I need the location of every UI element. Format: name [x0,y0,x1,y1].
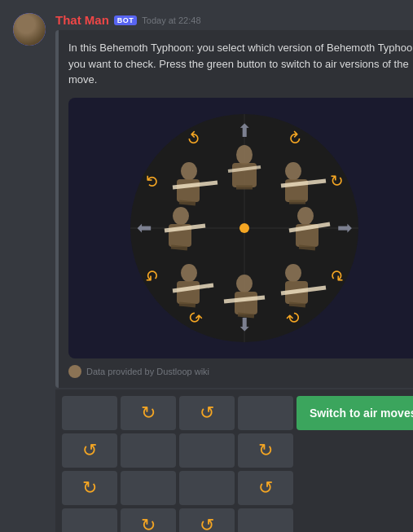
move-wheel: ⬆ ⬇ ⬅ ➡ ↺ ↻ ↺ ↺ ↻ ↻ ↺ ↻ [68,98,413,358]
rotate-lefttop-icon: ↺ [143,174,162,187]
svg-rect-21 [177,281,200,304]
wheel-background: ⬆ ⬇ ⬅ ➡ ↺ ↻ ↺ ↺ ↻ ↻ ↺ ↻ [130,114,358,342]
credit-text: Data provided by Dustloop wiki [86,367,209,376]
svg-point-4 [285,162,301,180]
page: That Man BOT Today at 22:48 In this Behe… [0,0,413,532]
button-grid: ↻ ↺ Switch to air moves ↺ ↻ ↻ [55,389,413,533]
dpad-left-icon: ⬅ [137,218,152,239]
credit-line: Data provided by Dustloop wiki [68,365,413,378]
grid-btn-1-1[interactable] [62,396,117,430]
message-content: That Man BOT Today at 22:48 In this Behe… [55,13,413,532]
svg-line-27 [171,247,187,248]
rotate-rightbottom-icon: ↻ [330,266,344,285]
grid-btn-2-1[interactable]: ↺ [62,433,117,468]
avatar [13,13,46,46]
grid-btn-2-3[interactable] [179,433,235,468]
grid-btn-4-4[interactable] [238,508,293,533]
svg-point-24 [173,207,189,225]
grid-btn-rotate-cw[interactable]: ↻ [121,396,176,430]
svg-line-23 [179,304,196,306]
svg-rect-17 [235,292,257,314]
rotate-righttop-icon: ↻ [330,171,344,191]
embed: In this Behemoth Typhoon: you select whi… [55,30,413,388]
dpad-right-icon: ➡ [337,218,352,239]
svg-point-12 [285,264,301,282]
grid-btn-2-2[interactable] [121,433,176,468]
svg-point-8 [297,207,314,225]
timestamp: Today at 22:48 [142,15,200,25]
username: That Man [55,13,109,27]
grid-btn-1-4[interactable] [238,396,293,430]
svg-line-11 [299,247,315,248]
grid-btn-4-3[interactable]: ↺ [179,508,235,533]
svg-point-16 [236,275,253,292]
svg-point-20 [181,264,197,282]
svg-line-31 [179,202,196,204]
grid-btn-3-3[interactable] [179,471,235,505]
grid-row-1: ↻ ↺ Switch to air moves [62,396,413,430]
wheel-center-dot [239,223,249,233]
svg-line-15 [289,304,305,306]
grid-btn-4-2[interactable]: ↻ [121,508,176,533]
dpad-up-icon: ⬆ [237,121,252,142]
grid-row-2: ↺ ↻ [62,433,413,468]
grid-btn-rotate-ccw[interactable]: ↺ [179,396,235,430]
grid-row-3: ↻ ↺ [62,471,413,505]
message-container: That Man BOT Today at 22:48 In this Behe… [0,0,413,532]
grid-btn-4-1[interactable] [62,508,117,533]
grid-btn-3-4[interactable]: ↺ [238,471,293,505]
dpad-down-icon: ⬇ [237,314,252,336]
grid-row-4: ↻ ↺ [62,508,413,533]
rotate-leftbottom-icon: ↺ [145,266,159,285]
grid-btn-3-2[interactable] [121,471,176,505]
switch-to-air-button[interactable]: Switch to air moves [297,396,413,430]
grid-btn-2-4[interactable]: ↻ [238,433,293,468]
embed-text: In this Behemoth Typhoon: you select whi… [68,40,413,88]
grid-btn-3-1[interactable]: ↻ [62,471,117,505]
svg-point-0 [236,145,253,165]
svg-rect-29 [177,179,200,202]
svg-line-18 [224,297,265,301]
bot-badge: BOT [114,15,138,25]
dustloop-icon [68,365,81,378]
message-header: That Man BOT Today at 22:48 [55,13,413,27]
svg-point-28 [181,162,197,180]
